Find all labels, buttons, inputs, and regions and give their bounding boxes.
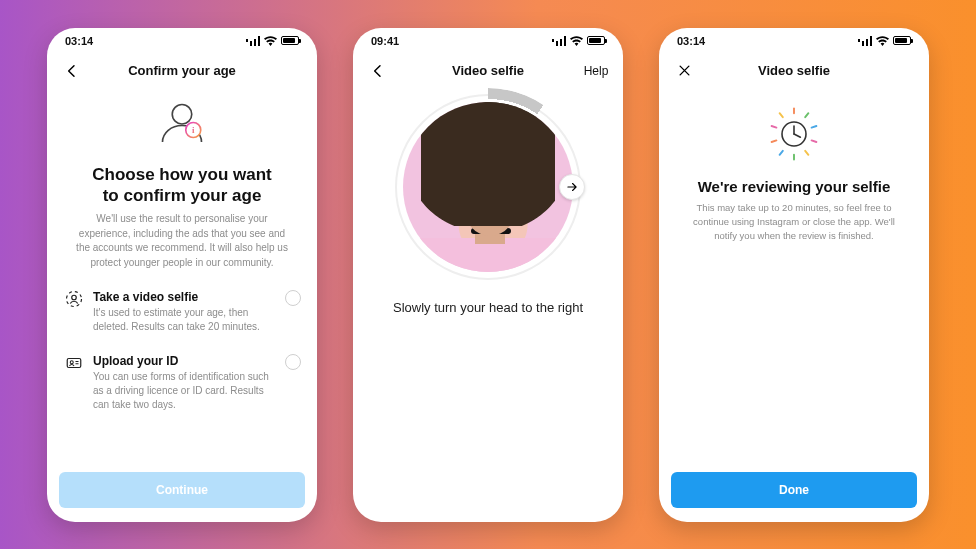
radio-unchecked[interactable] bbox=[285, 354, 301, 370]
svg-line-13 bbox=[812, 140, 817, 142]
status-bar: 03:14 bbox=[47, 28, 317, 54]
status-bar: 09:41 bbox=[353, 28, 623, 54]
battery-icon bbox=[587, 36, 605, 45]
svg-line-16 bbox=[780, 150, 783, 154]
footer: Done bbox=[659, 462, 929, 522]
progress-ring bbox=[395, 94, 581, 280]
svg-point-7 bbox=[70, 361, 73, 364]
help-link[interactable]: Help bbox=[581, 56, 611, 86]
chevron-left-icon bbox=[64, 63, 80, 79]
status-icons bbox=[858, 36, 911, 46]
phone-confirm-age: 03:14 Confirm your age i bbox=[47, 28, 317, 522]
content: We're reviewing your selfie This may tak… bbox=[659, 88, 929, 462]
svg-line-11 bbox=[805, 113, 808, 117]
battery-icon bbox=[893, 36, 911, 45]
instruction-text: Slowly turn your head to the right bbox=[367, 300, 609, 315]
page-heading: Choose how you want to confirm your age bbox=[83, 164, 281, 207]
back-button[interactable] bbox=[57, 56, 87, 86]
svg-point-0 bbox=[172, 104, 192, 124]
wifi-icon bbox=[264, 36, 277, 46]
nav-title: Video selfie bbox=[452, 63, 524, 78]
phone-reviewing-selfie: 03:14 Video selfie bbox=[659, 28, 929, 522]
person-info-icon: i bbox=[152, 94, 212, 154]
svg-line-19 bbox=[780, 113, 783, 117]
status-time: 09:41 bbox=[371, 35, 399, 47]
content: Slowly turn your head to the right bbox=[353, 88, 623, 522]
svg-point-4 bbox=[67, 292, 82, 307]
nav-bar: Video selfie Help bbox=[353, 54, 623, 88]
nav-title: Confirm your age bbox=[128, 63, 236, 78]
clock-loading-icon bbox=[762, 102, 826, 166]
nav-bar: Video selfie bbox=[659, 54, 929, 88]
wifi-icon bbox=[876, 36, 889, 46]
svg-line-12 bbox=[812, 126, 817, 128]
svg-line-14 bbox=[805, 150, 808, 154]
signal-icon bbox=[858, 36, 872, 46]
nav-bar: Confirm your age bbox=[47, 54, 317, 88]
phone-video-selfie-capture: 09:41 Video selfie Help bbox=[353, 28, 623, 522]
hero-icon bbox=[675, 88, 913, 170]
signal-icon bbox=[246, 36, 260, 46]
close-button[interactable] bbox=[669, 56, 699, 86]
status-bar: 03:14 bbox=[659, 28, 929, 54]
selfie-preview bbox=[403, 102, 573, 272]
option-desc: It's used to estimate your age, then del… bbox=[93, 306, 277, 334]
back-button[interactable] bbox=[363, 56, 393, 86]
continue-button[interactable]: Continue bbox=[59, 472, 305, 508]
option-title: Take a video selfie bbox=[93, 290, 277, 304]
selfie-icon bbox=[65, 290, 83, 308]
signal-icon bbox=[552, 36, 566, 46]
radio-unchecked[interactable] bbox=[285, 290, 301, 306]
page-subtext: We'll use the result to personalise your… bbox=[71, 212, 293, 270]
content: i Choose how you want to confirm your ag… bbox=[47, 88, 317, 462]
status-time: 03:14 bbox=[677, 35, 705, 47]
turn-right-indicator bbox=[559, 174, 585, 200]
status-icons bbox=[552, 36, 605, 46]
wifi-icon bbox=[570, 36, 583, 46]
footer: Continue bbox=[47, 462, 317, 522]
done-button[interactable]: Done bbox=[671, 472, 917, 508]
option-upload-id[interactable]: Upload your ID You can use forms of iden… bbox=[63, 348, 301, 418]
svg-line-18 bbox=[772, 126, 777, 128]
svg-point-5 bbox=[72, 295, 77, 300]
option-title: Upload your ID bbox=[93, 354, 277, 368]
status-time: 03:14 bbox=[65, 35, 93, 47]
option-video-selfie[interactable]: Take a video selfie It's used to estimat… bbox=[63, 284, 301, 340]
hero-icon: i bbox=[63, 88, 301, 154]
selfie-capture bbox=[367, 88, 609, 280]
nav-title: Video selfie bbox=[758, 63, 830, 78]
page-heading: We're reviewing your selfie bbox=[685, 178, 903, 195]
svg-rect-6 bbox=[67, 359, 81, 368]
id-card-icon bbox=[65, 354, 83, 372]
close-icon bbox=[677, 63, 692, 78]
svg-line-17 bbox=[772, 140, 777, 142]
chevron-left-icon bbox=[370, 63, 386, 79]
option-desc: You can use forms of identification such… bbox=[93, 370, 277, 412]
svg-line-22 bbox=[794, 134, 800, 137]
arrow-right-icon bbox=[565, 180, 579, 194]
status-icons bbox=[246, 36, 299, 46]
battery-icon bbox=[281, 36, 299, 45]
page-subtext: This may take up to 20 minutes, so feel … bbox=[691, 201, 897, 244]
